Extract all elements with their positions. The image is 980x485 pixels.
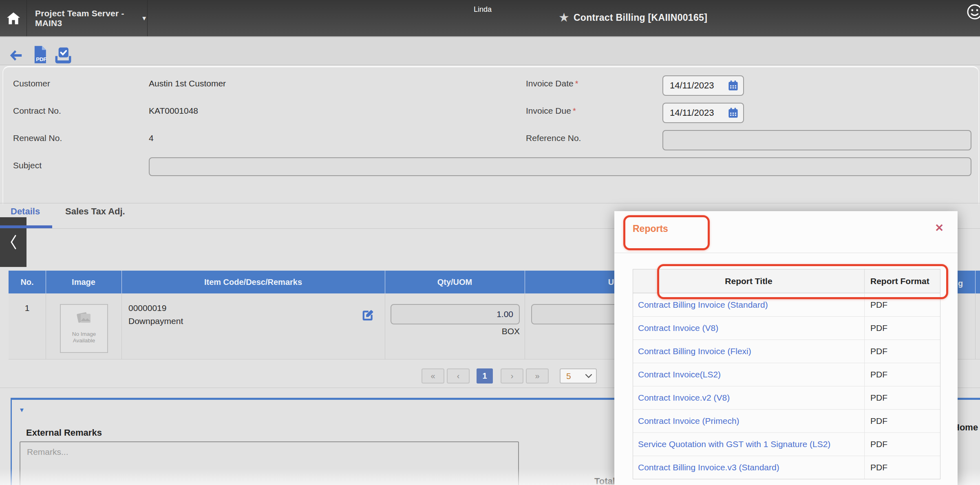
- inbox-check-icon: [54, 47, 73, 64]
- item-image-placeholder: No Image Available: [60, 304, 108, 353]
- col-header-no: No.: [9, 271, 46, 293]
- report-title-column-header: Report Title: [633, 269, 864, 293]
- report-format-column-header: Report Format: [864, 269, 940, 293]
- pagination-next-button[interactable]: ›: [501, 368, 523, 384]
- report-format: PDF: [864, 433, 940, 456]
- report-row: Contract Billing Invoice.v3 (Standard) P…: [633, 456, 940, 479]
- invoice-date-input[interactable]: 14/11/2023: [662, 75, 744, 96]
- qty-input[interactable]: [391, 304, 520, 324]
- reports-table-header: Report Title Report Format: [633, 269, 940, 293]
- renewal-no-value: 4: [149, 133, 154, 143]
- report-row: Contract Billing Invoice (Standard) PDF: [633, 293, 940, 316]
- report-format: PDF: [864, 363, 940, 386]
- invoice-due-value: 14/11/2023: [670, 108, 714, 118]
- edit-item-button[interactable]: [360, 309, 374, 324]
- item-code: 00000019: [128, 303, 166, 313]
- total-label: Total: [594, 476, 615, 485]
- back-button[interactable]: [8, 49, 24, 63]
- active-tab-underline: [0, 225, 52, 228]
- reports-table: Report Title Report Format Contract Bill…: [633, 269, 940, 479]
- top-bar: Project Team Server - MAIN3 ▼ Linda ★ Co…: [0, 0, 980, 37]
- pagination-first-button[interactable]: «: [422, 368, 444, 384]
- report-format: PDF: [864, 317, 940, 340]
- pdf-file-icon: PDF: [32, 45, 48, 64]
- divider: [525, 293, 525, 359]
- item-desc: Downpayment: [128, 316, 183, 326]
- invoice-date-label: Invoice Date*: [526, 79, 578, 88]
- col-header-qty: Qty/UOM: [385, 271, 525, 293]
- calendar-icon[interactable]: [728, 80, 738, 91]
- close-icon[interactable]: ✕: [935, 223, 944, 233]
- report-row: Service Quotation with GST with 1 Signat…: [633, 432, 940, 456]
- remarks-panel-border: [11, 398, 12, 485]
- report-format: PDF: [864, 293, 940, 316]
- uom-label: BOX: [448, 326, 520, 336]
- edit-pencil-icon: [360, 309, 374, 323]
- report-row: Contract Billing Invoice (Flexi) PDF: [633, 340, 940, 363]
- collapse-triangle-icon[interactable]: ▼: [19, 406, 25, 413]
- page-size-value: 5: [566, 371, 571, 381]
- back-arrow-icon: [8, 49, 24, 62]
- invoice-due-input[interactable]: 14/11/2023: [662, 103, 744, 123]
- col-header-item: Item Code/Desc/Remarks: [121, 271, 385, 293]
- app-screen: Project Team Server - MAIN3 ▼ Linda ★ Co…: [0, 0, 980, 485]
- reference-no-label: Reference No.: [526, 133, 581, 143]
- sidebar-collapse-handle[interactable]: [0, 217, 26, 267]
- report-link[interactable]: Service Quotation with GST with 1 Signat…: [638, 439, 830, 449]
- chevron-down-icon: ▼: [141, 15, 147, 22]
- external-remarks-textarea[interactable]: [20, 441, 519, 485]
- tab-details[interactable]: Details: [11, 206, 40, 217]
- chevron-down-icon: [585, 374, 592, 378]
- reference-no-input[interactable]: [662, 130, 971, 150]
- report-link[interactable]: Contract Invoice.v2 (V8): [638, 393, 730, 403]
- pagination-last-button[interactable]: »: [526, 368, 549, 384]
- page-title-group: ★ Contract Billing [KAIIN00165]: [558, 11, 707, 24]
- divider: [0, 203, 980, 203]
- invoice-date-value: 14/11/2023: [670, 80, 714, 91]
- report-link[interactable]: Contract Invoice (V8): [638, 323, 718, 333]
- partial-column-header: g: [958, 279, 963, 288]
- divider: [121, 271, 122, 293]
- export-pdf-button[interactable]: PDF: [32, 45, 48, 66]
- contract-no-value: KAT0001048: [149, 106, 198, 116]
- smiley-icon: [965, 2, 980, 21]
- divider: [385, 293, 385, 359]
- divider: [121, 293, 122, 359]
- report-link[interactable]: Contract Billing Invoice.v3 (Standard): [638, 463, 779, 472]
- report-link[interactable]: Contract Billing Invoice (Standard): [638, 300, 768, 310]
- report-link[interactable]: Contract Billing Invoice (Flexi): [638, 346, 751, 356]
- pagination-prev-button[interactable]: ‹: [447, 368, 470, 384]
- home-button[interactable]: [0, 0, 27, 36]
- divider: [614, 253, 958, 253]
- report-link[interactable]: Contract Invoice (Primech): [638, 416, 739, 426]
- post-submit-button[interactable]: [54, 47, 73, 66]
- divider: [46, 293, 46, 359]
- server-menu-label: Project Team Server - MAIN3: [35, 9, 132, 28]
- calendar-icon[interactable]: [728, 108, 738, 118]
- report-row: Contract Invoice.v2 (V8) PDF: [633, 386, 940, 409]
- external-remarks-label: External Remarks: [26, 428, 102, 438]
- divider: [46, 271, 46, 293]
- divider: [975, 271, 976, 293]
- pagination-page-1[interactable]: 1: [477, 368, 493, 384]
- tab-sales-tax-adj[interactable]: Sales Tax Adj.: [65, 206, 125, 217]
- user-overlay-label: Linda: [474, 5, 492, 14]
- svg-text:PDF: PDF: [36, 56, 46, 62]
- report-format: PDF: [864, 340, 940, 363]
- required-asterisk: *: [573, 106, 576, 115]
- report-row: Contract Invoice(LS2) PDF: [633, 363, 940, 386]
- chevron-left-icon: [9, 234, 18, 250]
- page-size-select[interactable]: 5: [560, 368, 597, 384]
- report-link[interactable]: Contract Invoice(LS2): [638, 370, 721, 379]
- customer-value: Austin 1st Customer: [149, 79, 226, 88]
- server-menu-dropdown[interactable]: Project Team Server - MAIN3 ▼: [27, 0, 148, 36]
- subject-input[interactable]: [149, 157, 971, 176]
- report-row: Contract Invoice (Primech) PDF: [633, 409, 940, 432]
- subject-label: Subject: [13, 161, 42, 170]
- report-format: PDF: [864, 386, 940, 409]
- required-asterisk: *: [575, 79, 578, 88]
- favorite-star-icon[interactable]: ★: [558, 11, 569, 24]
- feedback-smiley-button[interactable]: [965, 2, 980, 21]
- col-header-image: Image: [46, 271, 121, 293]
- reports-modal: Reports ✕ Report Title Report Format Con…: [614, 211, 958, 485]
